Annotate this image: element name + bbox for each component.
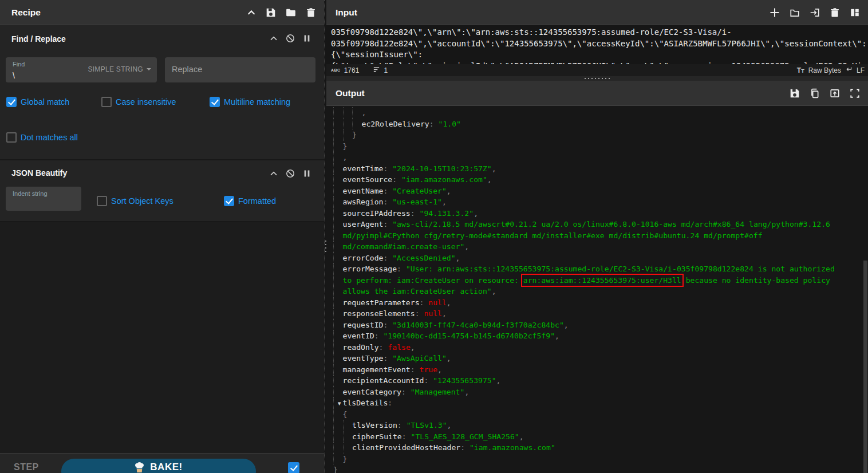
token: : — [388, 399, 392, 407]
token: , — [519, 432, 524, 441]
indent-guide — [333, 364, 343, 376]
indent-string-input[interactable]: Indent string — [6, 187, 81, 211]
disable-op-icon[interactable] — [286, 169, 295, 178]
token: "94.131.3.2" — [420, 209, 474, 218]
operation-json-beautify[interactable]: JSON Beautify Indent string Sort Object … — [0, 160, 324, 222]
open-file-as-input-icon[interactable] — [810, 7, 820, 18]
checkbox-multiline-matching[interactable]: Multiline matching — [210, 97, 290, 107]
open-output-in-tab-icon[interactable] — [830, 88, 840, 98]
indent-guide — [333, 152, 343, 163]
line-count-icon — [373, 66, 380, 75]
indent-guide — [333, 387, 343, 398]
token: eventType — [343, 354, 384, 362]
collapse-recipe-icon[interactable] — [247, 8, 256, 17]
checkbox-case-insensitive[interactable]: Case insensitive — [101, 97, 176, 107]
breakpoint-op-icon[interactable] — [302, 169, 311, 178]
step-button[interactable]: STEP — [14, 462, 39, 472]
annotation-highlight: arn:aws:iam::124355653975:user/H3ll — [523, 276, 681, 285]
input-header: Input — [326, 0, 868, 25]
clear-input-icon[interactable] — [830, 7, 840, 18]
output-line: eventName: "CreateUser", — [333, 186, 868, 197]
io-panel: Input 035f09798d122e824\",\"arn\":\"arn:… — [326, 0, 868, 473]
find-input[interactable]: Find \ SIMPLE STRING — [6, 57, 157, 82]
indent-guide — [333, 420, 343, 431]
token: , — [447, 354, 451, 362]
character-encoding[interactable]: Raw Bytes — [808, 66, 841, 74]
token: managementEvent — [343, 365, 411, 374]
open-folder-icon[interactable] — [790, 7, 800, 18]
token: , — [411, 343, 415, 352]
token: : — [383, 254, 392, 262]
output-title: Output — [336, 88, 365, 98]
disable-op-icon[interactable] — [286, 34, 295, 43]
checkbox-label: Case insensitive — [116, 97, 176, 107]
checkbox-dot-matches-all[interactable]: Dot matches all — [6, 132, 78, 143]
clear-recipe-icon[interactable] — [306, 7, 316, 18]
collapse-op-icon[interactable] — [269, 169, 278, 178]
find-type-dropdown[interactable]: SIMPLE STRING — [88, 65, 151, 73]
checkbox-global-match[interactable]: Global match — [6, 97, 69, 107]
token: "124355653975" — [433, 376, 496, 385]
token: userAgent — [343, 220, 384, 228]
checkbox-formatted[interactable]: Formatted — [224, 196, 276, 206]
output-scrollbar[interactable] — [863, 261, 867, 473]
checkbox-box[interactable] — [6, 97, 17, 107]
indent-guide — [333, 196, 343, 208]
indent-guide — [333, 107, 343, 119]
input-textarea[interactable]: 035f09798d122e824\",\"arn\":\"arn:aws:st… — [326, 25, 868, 64]
output-line: md/pyimpl#CPython cfg/retry-mode#standar… — [333, 230, 868, 242]
checkbox-box[interactable] — [6, 132, 17, 143]
bake-button[interactable]: BAKE! — [61, 459, 256, 473]
checkbox-sort-object-keys[interactable]: Sort Object Keys — [97, 196, 173, 206]
chevron-down-icon — [147, 68, 151, 70]
token: , — [456, 254, 460, 262]
collapse-op-icon[interactable] — [269, 34, 278, 43]
checkbox-box[interactable] — [210, 97, 220, 107]
token: , — [447, 187, 451, 195]
fold-arrow-icon[interactable]: ▼ — [337, 398, 342, 409]
add-input-icon[interactable] — [770, 7, 780, 18]
find-value: \ — [13, 71, 15, 80]
token: eventCategory — [343, 388, 401, 396]
panel-splitter-horizontal[interactable] — [326, 76, 868, 81]
operation-title: JSON Beautify — [11, 168, 67, 178]
checkbox-label: Global match — [21, 97, 69, 107]
token: : — [383, 187, 392, 195]
indent-guide — [333, 454, 343, 465]
output-line: errorCode: "AccessDenied", — [333, 253, 868, 264]
token: , — [437, 365, 442, 374]
token: : — [415, 309, 424, 318]
output-line: , — [333, 107, 868, 119]
token: "AccessDenied" — [392, 254, 455, 262]
save-output-icon[interactable] — [790, 88, 800, 98]
output-line: md/command#iam.create-user", — [333, 241, 868, 253]
load-recipe-icon[interactable] — [286, 7, 296, 18]
output-header: Output — [326, 81, 868, 106]
token: , — [496, 376, 501, 385]
token: "iam.amazonaws.com" — [469, 443, 555, 452]
char-count: 1761 — [344, 66, 360, 74]
breakpoint-op-icon[interactable] — [302, 34, 311, 43]
indent-guide — [333, 186, 343, 197]
token: : — [374, 332, 384, 340]
token: null — [428, 298, 447, 307]
output-line: eventID: "190140bc-dd15-4754-b145-d6740b… — [333, 330, 868, 342]
checkbox-box[interactable] — [224, 196, 234, 206]
token: "User: arn:aws:sts::124355653975:assumed… — [406, 265, 835, 273]
eol-setting[interactable]: LF — [857, 66, 865, 74]
maximize-output-icon[interactable] — [850, 88, 860, 98]
checkbox-box[interactable] — [288, 462, 299, 473]
checkbox-box[interactable] — [97, 196, 107, 206]
character-encoding-icon[interactable]: TT — [797, 66, 804, 74]
auto-bake-checkbox[interactable] — [288, 462, 299, 473]
replace-input[interactable]: Replace — [165, 57, 315, 82]
copy-output-icon[interactable] — [810, 88, 820, 98]
input-tabs-icon[interactable] — [850, 7, 860, 18]
eol-icon[interactable] — [845, 66, 853, 75]
checkbox-box[interactable] — [101, 97, 112, 107]
token: "TLS_AES_128_GCM_SHA256" — [411, 432, 519, 441]
operation-find-replace[interactable]: Find / Replace Find \ SIMPLE STRING Repl… — [0, 25, 324, 160]
token: : — [383, 164, 392, 173]
recipe-title: Recipe — [11, 7, 41, 18]
save-recipe-icon[interactable] — [266, 7, 276, 18]
